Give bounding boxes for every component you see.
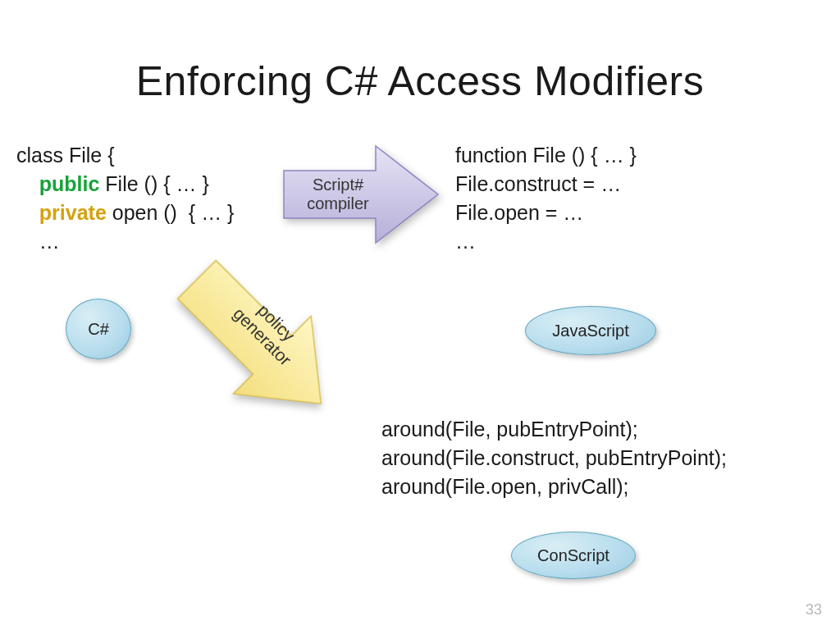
conscript-bubble-label: ConScript [537, 546, 609, 565]
page-number: 33 [806, 601, 822, 619]
csharp-line-2-rest: File () { … } [99, 172, 208, 195]
js-line-3: File.open = … [455, 201, 583, 224]
csharp-bubble-label: C# [88, 320, 109, 339]
keyword-private: private [39, 201, 107, 224]
conscript-code-block: around(File, pubEntryPoint); around(File… [381, 415, 727, 501]
js-line-1: function File () { … } [455, 144, 637, 167]
csharp-line-4: … [16, 230, 60, 253]
javascript-bubble-label: JavaScript [552, 322, 628, 340]
conscript-line-2: around(File.construct, pubEntryPoint); [381, 446, 727, 469]
javascript-code-block: function File () { … } File.construct = … [455, 141, 637, 256]
compiler-arrow-icon [277, 141, 441, 248]
conscript-bubble: ConScript [511, 532, 636, 579]
slide-title: Enforcing C# Access Modifiers [0, 57, 840, 105]
csharp-line-3-rest: open () { … } [107, 201, 235, 224]
js-line-2: File.construct = … [455, 172, 621, 195]
slide: Enforcing C# Access Modifiers class File… [0, 0, 840, 630]
csharp-bubble: C# [66, 299, 131, 359]
js-line-4: … [455, 230, 476, 253]
csharp-line-1: class File { [16, 144, 114, 167]
javascript-bubble: JavaScript [525, 306, 656, 355]
csharp-code-block: class File { public File () { … } privat… [16, 141, 234, 256]
conscript-line-1: around(File, pubEntryPoint); [381, 418, 638, 441]
policy-arrow-icon [148, 231, 368, 451]
keyword-public: public [39, 172, 100, 195]
conscript-line-3: around(File.open, privCall); [381, 475, 629, 498]
